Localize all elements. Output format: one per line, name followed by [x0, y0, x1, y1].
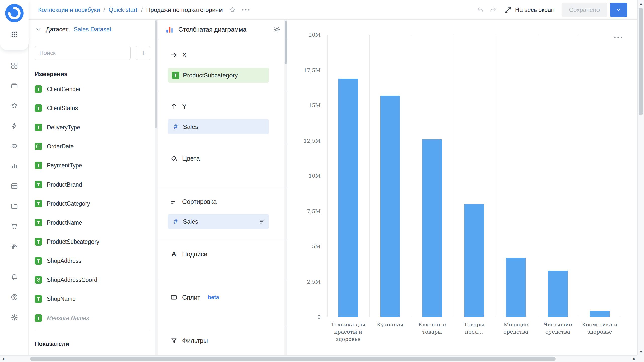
breadcrumb-collections-link[interactable]: Коллекции и воркбуки — [38, 6, 100, 13]
search-input[interactable] — [35, 46, 131, 60]
sort-field-chip[interactable]: # Sales — [168, 214, 269, 229]
dataset-name-link[interactable]: Sales Dataset — [74, 26, 111, 33]
gridline — [537, 35, 537, 317]
chart-x-axis: Техника для красоты и здоровьяКухоннаяКу… — [327, 321, 621, 343]
chart-bar[interactable] — [590, 311, 610, 317]
y-tick-label: 10M — [288, 172, 321, 179]
filter-funnel-icon — [170, 337, 178, 344]
vertical-scrollbar-thumb[interactable] — [639, 8, 643, 115]
scroll-left-arrow-icon[interactable]: ◀ — [2, 357, 4, 360]
chart-bar[interactable] — [380, 96, 400, 317]
sort-icon — [170, 198, 178, 205]
y-field-chip-label: Sales — [183, 123, 198, 130]
datalens-logo[interactable] — [5, 4, 24, 23]
services-circles-icon[interactable] — [10, 142, 19, 150]
breadcrumb-separator: / — [103, 6, 105, 13]
x-category-label: Кухонная — [369, 321, 411, 343]
field-label: ProductName — [47, 219, 82, 226]
more-menu-icon[interactable] — [242, 9, 250, 11]
gridline — [327, 35, 328, 317]
redo-icon[interactable] — [489, 6, 497, 14]
gridline — [369, 35, 370, 317]
breadcrumb-workbook-link[interactable]: Quick start — [109, 6, 137, 13]
dataset-scrollbar — [155, 20, 158, 355]
favorites-star-icon[interactable] — [10, 101, 19, 110]
rail-bottom-group — [0, 273, 29, 322]
tables-icon[interactable] — [10, 182, 19, 190]
field-item[interactable]: TClientStatus — [35, 99, 150, 118]
fullscreen-button[interactable]: На весь экран — [504, 6, 555, 14]
y-tick-label: 2,5M — [288, 278, 321, 285]
y-tick-label: 7,5M — [288, 208, 321, 215]
dimensions-list: TClientGenderTClientStatusTDeliveryTypeO… — [35, 80, 150, 328]
dataset-scrollbar-thumb[interactable] — [155, 20, 157, 128]
field-label: ClientStatus — [47, 105, 78, 112]
x-category-label: Техника для красоты и здоровья — [327, 321, 369, 343]
chart-bar[interactable] — [422, 139, 442, 317]
field-item[interactable]: TProductCategory — [35, 194, 150, 213]
rail-icon-group — [0, 61, 29, 251]
favorite-star-icon[interactable] — [228, 6, 236, 14]
string-field-icon: T — [35, 295, 42, 303]
scroll-right-arrow-icon[interactable]: ▶ — [633, 357, 636, 360]
files-folder-icon[interactable] — [10, 202, 19, 210]
help-icon[interactable] — [10, 293, 19, 301]
charts-icon[interactable] — [10, 162, 19, 170]
page-title: Продажи по подкатегориям — [146, 6, 223, 13]
apps-grid-icon[interactable] — [10, 30, 18, 38]
chart-settings-gear-icon[interactable] — [273, 26, 281, 33]
y-field-chip[interactable]: # Sales — [168, 119, 269, 134]
field-item[interactable]: TProductBrand — [35, 175, 150, 194]
y-tick-label: 15M — [288, 102, 321, 109]
field-item[interactable]: TClientGender — [35, 80, 150, 99]
config-header: Столбчатая диаграмма — [158, 20, 288, 39]
add-field-button[interactable]: + — [136, 46, 150, 60]
field-item[interactable]: TShopAddress — [35, 251, 150, 270]
lightning-icon[interactable] — [10, 122, 19, 130]
field-label: PaymentType — [47, 162, 82, 169]
dashboards-tiles-icon[interactable] — [10, 61, 19, 70]
left-nav-rail — [0, 0, 29, 355]
chart-y-axis: 02,5M5M7,5M10M12,5M15M17,5M20M — [288, 20, 321, 355]
config-scrollbar-thumb[interactable] — [285, 21, 287, 64]
chart-bar[interactable] — [464, 204, 484, 317]
string-field-icon: T — [35, 200, 42, 207]
field-item[interactable]: TPaymentType — [35, 156, 150, 175]
collapse-chevron-icon[interactable] — [35, 26, 42, 33]
field-label: ProductBrand — [47, 181, 82, 188]
field-item[interactable]: OrderDate — [35, 137, 150, 156]
chart-bar[interactable] — [548, 271, 568, 317]
scroll-down-arrow-icon[interactable]: ▼ — [639, 350, 643, 354]
scroll-up-arrow-icon[interactable]: ▲ — [639, 2, 643, 5]
x-field-chip[interactable]: T ProductSubcategory — [168, 68, 269, 83]
field-item[interactable]: TDeliveryType — [35, 118, 150, 137]
undo-icon[interactable] — [476, 6, 484, 14]
notifications-bell-icon[interactable] — [10, 273, 19, 281]
chart-plot — [327, 35, 621, 317]
x-category-label: Моющие средства — [495, 321, 537, 343]
chart-bar[interactable] — [338, 79, 358, 317]
field-item[interactable]: TProductSubcategory — [35, 232, 150, 251]
field-item[interactable]: ShopAddressCoord — [35, 270, 150, 289]
marketplace-cart-icon[interactable] — [10, 222, 19, 230]
arrow-up-icon — [170, 103, 178, 110]
field-item[interactable]: TProductName — [35, 213, 150, 232]
params-sliders-icon[interactable] — [10, 242, 19, 251]
saved-button[interactable]: Сохранено — [562, 3, 607, 17]
field-item[interactable]: TShopName — [35, 289, 150, 309]
y-axis-section: Y # Sales — [158, 91, 288, 143]
collections-icon[interactable] — [10, 81, 19, 90]
dimensions-title: Измерения — [35, 71, 150, 78]
chevron-down-icon — [615, 7, 622, 13]
sort-direction-icon[interactable] — [259, 219, 265, 225]
x-category-label: Косметика и здоровье — [579, 321, 621, 343]
vertical-scrollbar: ▲ ▼ — [637, 0, 644, 355]
field-item[interactable]: TMeasure Names — [35, 309, 150, 328]
topbar: Коллекции и воркбуки / Quick start / Про… — [29, 0, 637, 20]
field-label: ShopAddress — [47, 258, 81, 264]
save-dropdown-button[interactable] — [610, 3, 627, 17]
chart-config-panel: Столбчатая диаграмма X T ProductSubcateg… — [158, 20, 288, 355]
settings-gear-icon[interactable] — [10, 313, 19, 322]
chart-bar[interactable] — [506, 258, 526, 317]
horizontal-scrollbar-thumb[interactable] — [30, 357, 556, 361]
